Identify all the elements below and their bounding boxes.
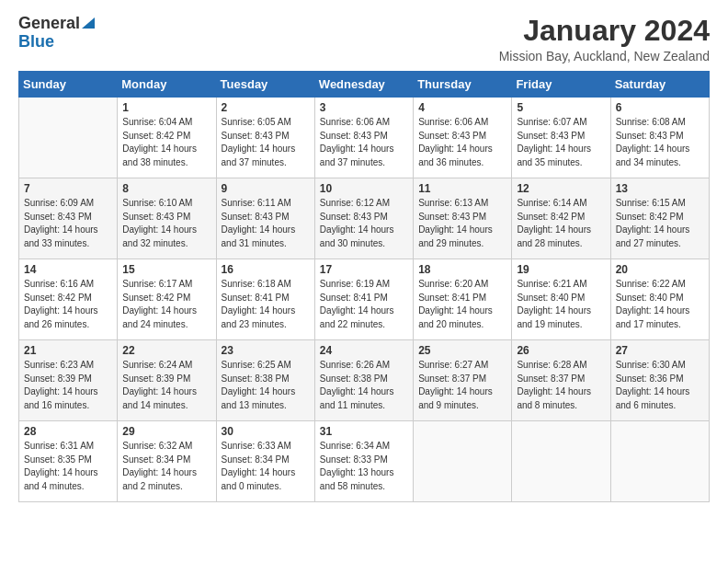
- day-number: 31: [320, 425, 408, 438]
- day-info: Sunrise: 6:24 AM Sunset: 8:39 PM Dayligh…: [122, 359, 210, 412]
- day-info: Sunrise: 6:08 AM Sunset: 8:43 PM Dayligh…: [616, 116, 704, 169]
- svg-marker-0: [82, 17, 95, 29]
- calendar-cell: 27Sunrise: 6:30 AM Sunset: 8:36 PM Dayli…: [610, 340, 709, 421]
- day-info: Sunrise: 6:31 AM Sunset: 8:35 PM Dayligh…: [24, 440, 112, 493]
- header-day-sunday: Sunday: [19, 72, 118, 98]
- day-number: 11: [418, 182, 506, 195]
- calendar-cell: 16Sunrise: 6:18 AM Sunset: 8:41 PM Dayli…: [216, 259, 314, 340]
- calendar-cell: 17Sunrise: 6:19 AM Sunset: 8:41 PM Dayli…: [314, 259, 413, 340]
- calendar-cell: 6Sunrise: 6:08 AM Sunset: 8:43 PM Daylig…: [610, 98, 709, 178]
- calendar-header-row: SundayMondayTuesdayWednesdayThursdayFrid…: [19, 72, 710, 98]
- day-info: Sunrise: 6:21 AM Sunset: 8:40 PM Dayligh…: [517, 278, 605, 331]
- logo-general-text: General: [18, 15, 80, 33]
- calendar-cell: 31Sunrise: 6:34 AM Sunset: 8:33 PM Dayli…: [314, 421, 413, 502]
- calendar-cell: 28Sunrise: 6:31 AM Sunset: 8:35 PM Dayli…: [19, 421, 118, 502]
- calendar-cell: 15Sunrise: 6:17 AM Sunset: 8:42 PM Dayli…: [118, 259, 216, 340]
- calendar-cell: 4Sunrise: 6:06 AM Sunset: 8:43 PM Daylig…: [414, 98, 512, 178]
- day-info: Sunrise: 6:15 AM Sunset: 8:42 PM Dayligh…: [616, 197, 704, 250]
- calendar-cell: 13Sunrise: 6:15 AM Sunset: 8:42 PM Dayli…: [610, 178, 709, 259]
- day-number: 15: [122, 263, 210, 276]
- calendar-cell: [414, 421, 512, 502]
- logo-triangle-icon: [82, 16, 95, 29]
- day-number: 10: [320, 182, 408, 195]
- calendar-cell: 24Sunrise: 6:26 AM Sunset: 8:38 PM Dayli…: [314, 340, 413, 421]
- calendar-cell: 3Sunrise: 6:06 AM Sunset: 8:43 PM Daylig…: [314, 98, 413, 178]
- day-info: Sunrise: 6:26 AM Sunset: 8:38 PM Dayligh…: [320, 359, 408, 412]
- calendar-cell: 7Sunrise: 6:09 AM Sunset: 8:43 PM Daylig…: [19, 178, 118, 259]
- day-info: Sunrise: 6:10 AM Sunset: 8:43 PM Dayligh…: [122, 197, 210, 250]
- calendar-week-row: 21Sunrise: 6:23 AM Sunset: 8:39 PM Dayli…: [19, 340, 710, 421]
- day-info: Sunrise: 6:12 AM Sunset: 8:43 PM Dayligh…: [320, 197, 408, 250]
- day-info: Sunrise: 6:19 AM Sunset: 8:41 PM Dayligh…: [320, 278, 408, 331]
- page-header: General Blue January 2024 Mission Bay, A…: [18, 15, 710, 63]
- day-info: Sunrise: 6:30 AM Sunset: 8:36 PM Dayligh…: [616, 359, 704, 412]
- day-number: 20: [616, 263, 704, 276]
- day-number: 2: [222, 101, 310, 114]
- day-number: 25: [418, 344, 506, 357]
- calendar-week-row: 14Sunrise: 6:16 AM Sunset: 8:42 PM Dayli…: [19, 259, 710, 340]
- calendar-table: SundayMondayTuesdayWednesdayThursdayFrid…: [18, 71, 710, 502]
- calendar-cell: 25Sunrise: 6:27 AM Sunset: 8:37 PM Dayli…: [414, 340, 512, 421]
- day-info: Sunrise: 6:27 AM Sunset: 8:37 PM Dayligh…: [418, 359, 506, 412]
- calendar-week-row: 28Sunrise: 6:31 AM Sunset: 8:35 PM Dayli…: [19, 421, 710, 502]
- month-title: January 2024: [499, 15, 710, 47]
- day-number: 14: [24, 263, 112, 276]
- day-info: Sunrise: 6:18 AM Sunset: 8:41 PM Dayligh…: [222, 278, 310, 331]
- calendar-cell: 21Sunrise: 6:23 AM Sunset: 8:39 PM Dayli…: [19, 340, 118, 421]
- day-number: 4: [418, 101, 506, 114]
- day-info: Sunrise: 6:34 AM Sunset: 8:33 PM Dayligh…: [320, 440, 408, 493]
- calendar-cell: 8Sunrise: 6:10 AM Sunset: 8:43 PM Daylig…: [118, 178, 216, 259]
- day-info: Sunrise: 6:14 AM Sunset: 8:42 PM Dayligh…: [517, 197, 605, 250]
- calendar-cell: [512, 421, 610, 502]
- day-info: Sunrise: 6:22 AM Sunset: 8:40 PM Dayligh…: [616, 278, 704, 331]
- day-info: Sunrise: 6:28 AM Sunset: 8:37 PM Dayligh…: [517, 359, 605, 412]
- title-block: January 2024 Mission Bay, Auckland, New …: [499, 15, 710, 63]
- logo-blue-text: Blue: [18, 33, 54, 52]
- logo: General Blue: [18, 15, 95, 52]
- calendar-cell: 11Sunrise: 6:13 AM Sunset: 8:43 PM Dayli…: [414, 178, 512, 259]
- day-number: 18: [418, 263, 506, 276]
- location-title: Mission Bay, Auckland, New Zealand: [499, 49, 710, 63]
- day-info: Sunrise: 6:32 AM Sunset: 8:34 PM Dayligh…: [122, 440, 210, 493]
- day-number: 1: [122, 101, 210, 114]
- calendar-week-row: 7Sunrise: 6:09 AM Sunset: 8:43 PM Daylig…: [19, 178, 710, 259]
- day-number: 8: [122, 182, 210, 195]
- day-info: Sunrise: 6:06 AM Sunset: 8:43 PM Dayligh…: [418, 116, 506, 169]
- calendar-cell: 30Sunrise: 6:33 AM Sunset: 8:34 PM Dayli…: [216, 421, 314, 502]
- day-number: 17: [320, 263, 408, 276]
- day-number: 27: [616, 344, 704, 357]
- day-info: Sunrise: 6:06 AM Sunset: 8:43 PM Dayligh…: [320, 116, 408, 169]
- calendar-cell: 10Sunrise: 6:12 AM Sunset: 8:43 PM Dayli…: [314, 178, 413, 259]
- day-info: Sunrise: 6:09 AM Sunset: 8:43 PM Dayligh…: [24, 197, 112, 250]
- calendar-cell: 23Sunrise: 6:25 AM Sunset: 8:38 PM Dayli…: [216, 340, 314, 421]
- day-info: Sunrise: 6:05 AM Sunset: 8:43 PM Dayligh…: [222, 116, 310, 169]
- day-info: Sunrise: 6:04 AM Sunset: 8:42 PM Dayligh…: [122, 116, 210, 169]
- day-info: Sunrise: 6:17 AM Sunset: 8:42 PM Dayligh…: [122, 278, 210, 331]
- header-day-thursday: Thursday: [414, 72, 512, 98]
- calendar-cell: 26Sunrise: 6:28 AM Sunset: 8:37 PM Dayli…: [512, 340, 610, 421]
- header-day-tuesday: Tuesday: [216, 72, 314, 98]
- header-day-friday: Friday: [512, 72, 610, 98]
- calendar-cell: [610, 421, 709, 502]
- day-number: 22: [122, 344, 210, 357]
- calendar-cell: 1Sunrise: 6:04 AM Sunset: 8:42 PM Daylig…: [118, 98, 216, 178]
- header-day-wednesday: Wednesday: [314, 72, 413, 98]
- calendar-week-row: 1Sunrise: 6:04 AM Sunset: 8:42 PM Daylig…: [19, 98, 710, 178]
- day-info: Sunrise: 6:16 AM Sunset: 8:42 PM Dayligh…: [24, 278, 112, 331]
- calendar-cell: 29Sunrise: 6:32 AM Sunset: 8:34 PM Dayli…: [118, 421, 216, 502]
- day-info: Sunrise: 6:33 AM Sunset: 8:34 PM Dayligh…: [222, 440, 310, 493]
- day-number: 19: [517, 263, 605, 276]
- day-number: 26: [517, 344, 605, 357]
- day-info: Sunrise: 6:20 AM Sunset: 8:41 PM Dayligh…: [418, 278, 506, 331]
- day-number: 6: [616, 101, 704, 114]
- calendar-cell: 14Sunrise: 6:16 AM Sunset: 8:42 PM Dayli…: [19, 259, 118, 340]
- day-number: 28: [24, 425, 112, 438]
- calendar-cell: 2Sunrise: 6:05 AM Sunset: 8:43 PM Daylig…: [216, 98, 314, 178]
- day-info: Sunrise: 6:25 AM Sunset: 8:38 PM Dayligh…: [222, 359, 310, 412]
- day-number: 7: [24, 182, 112, 195]
- day-number: 12: [517, 182, 605, 195]
- day-number: 24: [320, 344, 408, 357]
- day-number: 5: [517, 101, 605, 114]
- day-number: 13: [616, 182, 704, 195]
- header-day-monday: Monday: [118, 72, 216, 98]
